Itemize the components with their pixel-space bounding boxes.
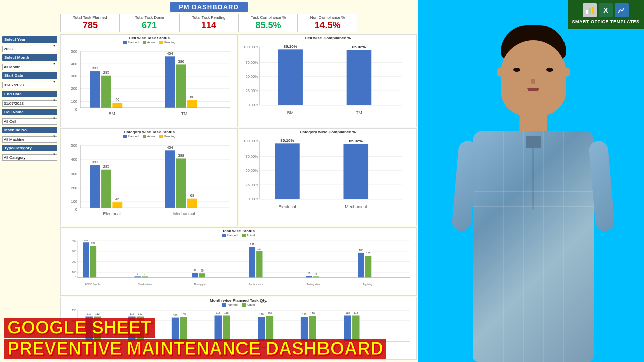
svg-rect-160	[258, 317, 265, 342]
filter-month-wrapper[interactable]: All Month	[2, 61, 57, 70]
svg-text:112: 112	[95, 313, 100, 316]
filter-category: Type/Category All Category	[2, 145, 57, 161]
legend-actual: Actual	[143, 41, 156, 44]
svg-text:400: 400	[71, 158, 77, 162]
svg-text:0: 0	[75, 276, 76, 279]
person-head	[501, 40, 566, 116]
right-panel: X SMART OFFICE TEMPLATES	[418, 0, 644, 362]
svg-rect-177	[586, 10, 588, 14]
filter-machine-select[interactable]: All Machine	[2, 136, 57, 143]
legend-planned3: Planned	[222, 234, 238, 237]
filter-category-select[interactable]: All Category	[2, 154, 57, 161]
svg-text:100: 100	[71, 99, 77, 104]
svg-text:112: 112	[130, 313, 134, 316]
filter-end-select[interactable]: 31/07/2023	[2, 100, 57, 107]
filter-end-label: End Date	[2, 90, 57, 97]
svg-text:Electrical: Electrical	[103, 212, 121, 217]
svg-text:188: 188	[359, 249, 363, 252]
kpi-row: Total Task Planned 785 Total Task Done 6…	[0, 13, 418, 33]
icon-excel: X	[599, 3, 613, 17]
svg-text:7: 7	[144, 272, 146, 275]
svg-text:150: 150	[72, 309, 76, 312]
svg-text:86.10%: 86.10%	[280, 138, 294, 143]
svg-text:500: 500	[71, 143, 77, 148]
svg-rect-58	[101, 170, 111, 208]
legend-actual4: Actual	[242, 303, 255, 307]
svg-rect-167	[309, 316, 316, 342]
svg-text:Mechanical: Mechanical	[173, 212, 195, 217]
filter-machine-wrapper[interactable]: All Machine	[2, 134, 57, 143]
svg-text:112: 112	[138, 313, 143, 316]
svg-text:112: 112	[87, 313, 91, 316]
svg-rect-178	[589, 8, 591, 14]
legend-actual3: Actual	[242, 234, 255, 237]
svg-rect-37	[278, 50, 303, 105]
chart-category-task-title: Category wise Task Status	[62, 130, 236, 134]
svg-text:50.00%: 50.00%	[246, 75, 259, 79]
svg-text:Electrical: Electrical	[278, 205, 296, 210]
filters-panel: Select Year 2023 Select Month All Month …	[0, 33, 59, 361]
filter-start-wrapper[interactable]: 01/07/2023	[2, 79, 57, 88]
chart-category-task-status: Category wise Task Status Planned Actual…	[60, 128, 238, 226]
svg-rect-179	[592, 7, 594, 14]
svg-text:68: 68	[190, 95, 194, 100]
svg-text:231: 231	[250, 243, 255, 246]
svg-rect-127	[365, 256, 371, 277]
filter-start-label: Start Date	[2, 72, 57, 79]
svg-text:0: 0	[75, 340, 76, 343]
kpi-pending: Total Task Pending 114	[179, 14, 238, 32]
svg-rect-125	[358, 253, 364, 278]
svg-text:109: 109	[181, 313, 186, 316]
filter-start-select[interactable]: 01/07/2023	[2, 82, 57, 88]
svg-text:9: 9	[315, 272, 317, 275]
svg-text:118: 118	[345, 311, 350, 314]
svg-rect-147	[137, 317, 144, 342]
chart-cell-compliance: Cell wise Compliance % 100.00% 75.00% 50…	[239, 34, 417, 127]
svg-rect-15	[112, 103, 122, 108]
svg-rect-157	[223, 316, 230, 342]
svg-rect-115	[249, 247, 255, 277]
svg-rect-60	[112, 203, 122, 208]
filter-year-select[interactable]: 2023	[2, 46, 57, 52]
svg-text:Testing Meter: Testing Meter	[307, 283, 321, 286]
chart-month-wise-title: Month wise Planned Task Qty.	[62, 298, 415, 303]
filter-cell: Cell Name All Cell	[2, 109, 57, 125]
svg-text:68: 68	[190, 193, 194, 198]
svg-rect-105	[135, 276, 141, 277]
svg-text:46: 46	[115, 97, 119, 102]
svg-rect-13	[101, 76, 111, 108]
chart-category-compliance-title: Category wise Compliance %	[240, 130, 415, 134]
kpi-noncompliance: Non Compliance % 14.5%	[298, 14, 357, 32]
svg-rect-40	[347, 50, 372, 105]
filter-year: Select Year 2023	[2, 36, 57, 52]
svg-text:11: 11	[308, 272, 311, 275]
kpi-done-value: 671	[122, 20, 177, 31]
svg-text:118: 118	[354, 311, 358, 314]
chart-task-wise-status: Task wise Status Planned Actual 400 300 …	[60, 227, 417, 296]
svg-rect-18	[165, 56, 175, 108]
svg-rect-152	[180, 317, 187, 342]
svg-text:Jul-23: Jul-23	[348, 346, 355, 349]
branding-icons: X	[570, 3, 642, 17]
person-body	[473, 131, 594, 362]
svg-text:454: 454	[167, 145, 173, 150]
svg-text:May-23: May-23	[260, 346, 269, 349]
filter-start-date: Start Date 01/07/2023	[2, 72, 57, 88]
svg-text:50.00%: 50.00%	[246, 169, 259, 173]
filter-month-select[interactable]: All Month	[2, 64, 57, 70]
filter-cell-wrapper[interactable]: All Cell	[2, 116, 57, 125]
svg-text:BM: BM	[287, 110, 294, 115]
filter-year-wrapper[interactable]: 2023	[2, 43, 57, 52]
svg-text:285: 285	[103, 70, 109, 75]
filter-machine-label: Machine No.	[2, 127, 57, 133]
person-silhouette	[445, 35, 621, 362]
filter-category-wrapper[interactable]: All Category	[2, 152, 57, 161]
chart-cell-compliance-svg: 100.00% 75.00% 50.00% 25.00% 0.00% 86.10…	[240, 41, 415, 122]
kpi-planned-value: 785	[63, 20, 117, 31]
svg-text:313: 313	[84, 238, 88, 241]
filter-cell-select[interactable]: All Cell	[2, 118, 57, 125]
svg-text:29: 29	[201, 269, 204, 272]
filter-end-date: End Date 31/07/2023	[2, 90, 57, 107]
svg-rect-11	[90, 71, 100, 108]
filter-end-wrapper[interactable]: 31/07/2023	[2, 98, 57, 107]
